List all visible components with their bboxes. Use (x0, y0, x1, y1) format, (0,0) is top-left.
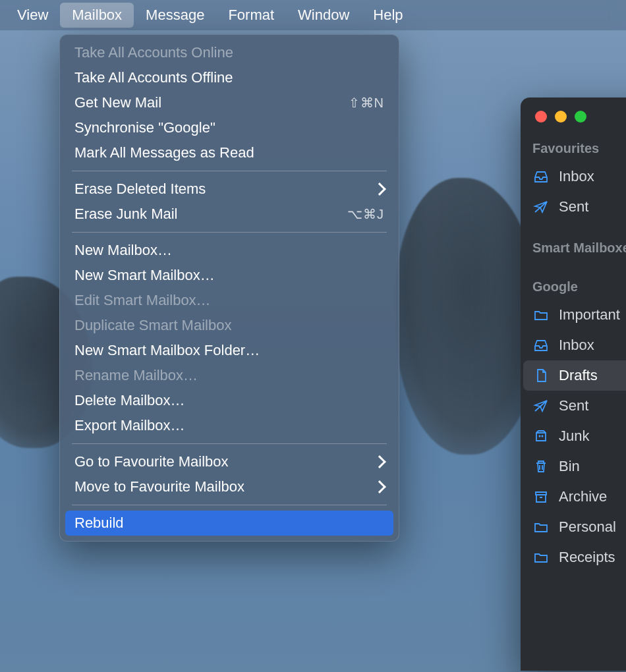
menu-item-duplicate-smart-mailbox: Duplicate Smart Mailbox (65, 313, 393, 338)
inbox-icon (532, 168, 550, 185)
background-rock (395, 178, 540, 455)
chevron-right-icon (373, 480, 386, 493)
menu-separator (72, 443, 387, 444)
inbox-icon (532, 337, 550, 354)
menu-item-label: Rebuild (74, 515, 124, 532)
mailbox-dropdown: Take All Accounts OnlineTake All Account… (59, 34, 399, 542)
menubar-item-window[interactable]: Window (286, 3, 361, 28)
folder-icon (532, 549, 550, 566)
junk-icon (532, 428, 550, 445)
sidebar-item-label: Sent (559, 397, 626, 414)
sidebar-item-label: Inbox (559, 337, 626, 354)
sidebar-item-label: Junk (559, 428, 626, 445)
menu-item-take-all-accounts-online: Take All Accounts Online (65, 40, 393, 65)
menu-shortcut: ⇧⌘N (349, 95, 384, 111)
sidebar-item-personal[interactable]: Personal (523, 512, 626, 542)
menu-item-go-to-favourite-mailbox[interactable]: Go to Favourite Mailbox (65, 449, 393, 474)
menu-item-new-smart-mailbox[interactable]: New Smart Mailbox… (65, 263, 393, 288)
doc-icon (532, 367, 550, 384)
menu-item-mark-all-messages-as-read[interactable]: Mark All Messages as Read (65, 140, 393, 165)
sidebar-section-header: Favourites (521, 123, 626, 161)
sent-icon (532, 397, 550, 414)
minimize-window-button[interactable] (555, 111, 567, 123)
menu-item-synchronise-google[interactable]: Synchronise "Google" (65, 115, 393, 140)
mail-sidebar-window: FavouritesInboxSentSmart MailboxesGoogle… (521, 98, 626, 671)
chevron-right-icon (373, 182, 386, 196)
sent-icon (532, 198, 550, 215)
sidebar-item-archive[interactable]: Archive (523, 482, 626, 512)
menubar-item-mailbox[interactable]: Mailbox (60, 3, 134, 28)
sidebar-item-label: Inbox (559, 168, 626, 185)
sidebar-item-label: Drafts (559, 367, 626, 384)
sidebar-item-label: Archive (559, 488, 626, 505)
sidebar-item-label: Receipts (559, 549, 626, 566)
menu-item-erase-junk-mail[interactable]: Erase Junk Mail⌥⌘J (65, 202, 393, 227)
menubar-item-format[interactable]: Format (216, 3, 286, 28)
menu-item-label: Duplicate Smart Mailbox (74, 317, 231, 334)
menu-item-take-all-accounts-offline[interactable]: Take All Accounts Offline (65, 65, 393, 90)
menu-item-label: Get New Mail (74, 94, 161, 111)
menu-item-new-smart-mailbox-folder[interactable]: New Smart Mailbox Folder… (65, 338, 393, 363)
sidebar-item-inbox[interactable]: Inbox (523, 330, 626, 360)
menu-separator (72, 505, 387, 505)
sidebar-item-label: Important (559, 306, 626, 323)
trash-icon (532, 458, 550, 475)
sidebar-item-label: Personal (559, 518, 626, 536)
sidebar-item-drafts[interactable]: Drafts (523, 360, 626, 391)
sidebar-item-junk[interactable]: Junk (523, 421, 626, 451)
sidebar-section-header: Smart Mailboxes (521, 222, 626, 261)
sidebar-item-receipts[interactable]: Receipts (523, 542, 626, 573)
menubar: ViewMailboxMessageFormatWindowHelp (0, 0, 626, 30)
archive-icon (532, 488, 550, 505)
menu-item-label: Delete Mailbox… (74, 392, 185, 409)
sidebar-item-bin[interactable]: Bin (523, 451, 626, 482)
menu-item-label: Synchronise "Google" (74, 119, 215, 136)
menubar-item-view[interactable]: View (5, 3, 60, 28)
folder-icon (532, 306, 550, 323)
menu-item-edit-smart-mailbox: Edit Smart Mailbox… (65, 288, 393, 313)
menu-item-label: Go to Favourite Mailbox (74, 453, 229, 470)
chevron-right-icon (373, 455, 386, 468)
close-window-button[interactable] (535, 111, 547, 123)
sidebar-item-inbox[interactable]: Inbox (523, 161, 626, 192)
menu-item-label: Rename Mailbox… (74, 367, 198, 384)
menu-item-erase-deleted-items[interactable]: Erase Deleted Items (65, 177, 393, 202)
fullscreen-window-button[interactable] (575, 111, 586, 123)
menu-item-label: Erase Deleted Items (74, 181, 206, 198)
menu-item-label: Export Mailbox… (74, 417, 185, 434)
window-controls (521, 98, 626, 123)
menu-item-label: Mark All Messages as Read (74, 144, 254, 161)
menu-separator (72, 171, 387, 171)
menu-item-new-mailbox[interactable]: New Mailbox… (65, 238, 393, 263)
sidebar-item-sent[interactable]: Sent (523, 391, 626, 421)
menu-item-move-to-favourite-mailbox[interactable]: Move to Favourite Mailbox (65, 474, 393, 499)
menu-item-rebuild[interactable]: Rebuild (65, 511, 393, 536)
menu-item-label: New Smart Mailbox Folder… (74, 342, 260, 359)
menu-item-label: Erase Junk Mail (74, 206, 178, 223)
sidebar-section-header: Google (521, 261, 626, 300)
menu-item-label: Move to Favourite Mailbox (74, 478, 244, 495)
menubar-item-message[interactable]: Message (134, 3, 216, 28)
menubar-item-help[interactable]: Help (361, 3, 414, 28)
menu-item-label: New Mailbox… (74, 242, 172, 259)
menu-item-label: Edit Smart Mailbox… (74, 292, 211, 309)
sidebar-item-sent[interactable]: Sent (523, 192, 626, 222)
sidebar-item-label: Bin (559, 458, 626, 475)
menu-item-export-mailbox[interactable]: Export Mailbox… (65, 413, 393, 438)
sidebar-item-label: Sent (559, 198, 626, 215)
menu-item-label: New Smart Mailbox… (74, 267, 215, 284)
menu-separator (72, 232, 387, 233)
menu-shortcut: ⌥⌘J (347, 206, 384, 222)
menu-item-get-new-mail[interactable]: Get New Mail⇧⌘N (65, 90, 393, 115)
menu-item-label: Take All Accounts Online (74, 44, 233, 61)
sidebar-item-important[interactable]: Important (523, 300, 626, 330)
folder-icon (532, 518, 550, 536)
menu-item-rename-mailbox: Rename Mailbox… (65, 363, 393, 388)
menu-item-label: Take All Accounts Offline (74, 69, 233, 86)
menu-item-delete-mailbox[interactable]: Delete Mailbox… (65, 388, 393, 413)
